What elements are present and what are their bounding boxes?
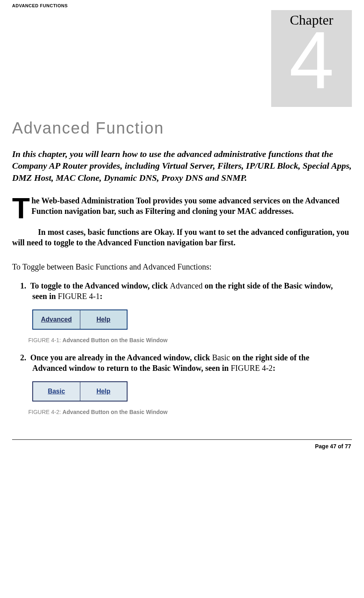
step-2-pre: Once you are already in the Advanced win…	[30, 353, 212, 362]
step-1: 1. To toggle to the Advanced window, cli…	[32, 280, 352, 301]
figure-4-1-caption: FIGURE 4-1: Advanced Button on the Basic…	[28, 337, 352, 343]
paragraph-2-text: In most cases, basic functions are Okay.…	[12, 228, 349, 247]
step-1-figref: FIGURE 4-1	[58, 292, 100, 301]
figure-4-2-caption: FIGURE 4-2: Advanced Button on the Basic…	[28, 409, 352, 415]
figure-4-2-caption-label: FIGURE 4-2:	[28, 409, 63, 415]
page-number: Page 47 of 77	[12, 443, 351, 450]
chapter-number: 4	[271, 20, 352, 100]
step-1-number: 1.	[20, 281, 26, 290]
section-header: ADVANCED FUNCTIONS	[12, 3, 352, 8]
step-2-post-b: :	[273, 364, 276, 372]
step-2-figref: FIGURE 4-2	[231, 364, 273, 372]
step-2-mid: Basic	[212, 353, 230, 362]
dropcap: T	[12, 197, 31, 220]
page-title: Advanced Function	[12, 119, 352, 137]
figure-4-2-basic-button: Basic	[33, 382, 80, 401]
step-2: 2. Once you are already in the Advanced …	[32, 352, 352, 373]
step-1-post-b: :	[100, 292, 103, 301]
paragraph-1: T he Web-based Administration Tool provi…	[12, 195, 352, 216]
step-1-mid: Advanced	[170, 281, 203, 290]
step-1-pre: To toggle to the Advanced window, click	[30, 281, 170, 290]
step-2-number: 2.	[20, 353, 26, 362]
toggle-intro: To Toggle between Basic Functions and Ad…	[12, 262, 352, 272]
figure-4-1-caption-text: Advanced Button on the Basic Window	[63, 337, 167, 343]
paragraph-1-text: he Web-based Administration Tool provide…	[31, 196, 339, 215]
chapter-intro: In this chapter, you will learn how to u…	[12, 148, 352, 184]
paragraph-2: In most cases, basic functions are Okay.…	[12, 227, 352, 248]
figure-4-2-image: Basic Help	[32, 381, 128, 401]
footer-rule	[12, 439, 352, 440]
figure-4-1-help-button: Help	[80, 310, 127, 329]
figure-4-1-caption-label: FIGURE 4-1:	[28, 337, 63, 343]
figure-4-1-image: Advanced Help	[32, 309, 128, 330]
figure-4-2-caption-text: Advanced Button on the Basic Window	[63, 409, 167, 415]
chapter-badge: Chapter 4	[271, 10, 352, 107]
figure-4-1-advanced-button: Advanced	[33, 310, 80, 329]
figure-4-2-help-button: Help	[80, 382, 127, 401]
